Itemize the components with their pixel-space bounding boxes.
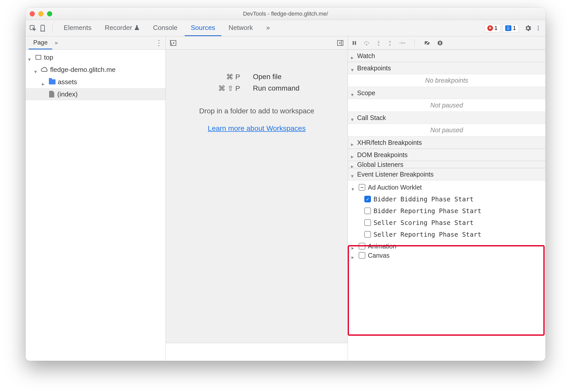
tab-recorder[interactable]: Recorder xyxy=(98,20,146,36)
debugger-toolbar xyxy=(348,36,545,50)
elb-body: Ad Auction Worklet Bidder Bidding Phase … xyxy=(348,180,545,260)
svg-point-15 xyxy=(389,44,391,46)
elb-item[interactable]: Bidder Reporting Phase Start xyxy=(348,205,545,217)
flask-icon xyxy=(134,25,140,30)
section-xhr-breakpoints[interactable]: XHR/fetch Breakpoints xyxy=(348,136,545,149)
svg-point-5 xyxy=(538,28,539,29)
section-event-listener-breakpoints[interactable]: Event Listener Breakpoints xyxy=(348,168,545,180)
chevron-right-icon xyxy=(42,80,47,84)
section-global-listeners[interactable]: Global Listeners xyxy=(348,161,545,168)
tree-origin[interactable]: fledge-demo.glitch.me xyxy=(26,63,166,76)
main-toolbar: Elements Recorder Console Sources Networ… xyxy=(26,20,545,36)
collapse-navigator-icon[interactable] xyxy=(170,40,177,46)
editor-placeholder: ⌘ P Open file ⌘ ⇧ P Run command Drop in … xyxy=(166,50,348,343)
checkbox[interactable] xyxy=(364,196,371,202)
chevron-right-icon xyxy=(352,244,356,248)
checkbox[interactable] xyxy=(359,252,365,259)
svg-rect-18 xyxy=(440,41,441,44)
devtools-window: DevTools - fledge-demo.glitch.me/ Elemen… xyxy=(26,8,545,361)
svg-point-6 xyxy=(538,29,539,30)
section-scope[interactable]: Scope xyxy=(348,87,545,99)
shortcut-label: Open file xyxy=(253,73,320,81)
shortcut-list: ⌘ P Open file ⌘ ⇧ P Run command xyxy=(194,73,320,93)
message-icon: ☰ xyxy=(505,25,511,31)
elb-item[interactable]: Bidder Bidding Phase Start xyxy=(348,193,545,205)
chevron-right-icon xyxy=(351,153,356,157)
tree-frame-top[interactable]: top xyxy=(26,51,166,63)
file-icon xyxy=(48,91,55,98)
navigator-panel: Page » ⋮ top fledge-demo.glitch.me xyxy=(26,36,166,361)
inspect-element-icon[interactable] xyxy=(29,24,37,32)
elb-category-canvas[interactable]: Canvas xyxy=(348,252,545,259)
callstack-empty: Not paused xyxy=(348,124,545,136)
chevron-down-icon xyxy=(351,91,356,95)
navigator-tab-page[interactable]: Page xyxy=(29,36,52,49)
step-over-icon[interactable] xyxy=(363,40,370,46)
folder-icon xyxy=(49,78,56,85)
checkbox[interactable] xyxy=(359,243,365,249)
svg-rect-12 xyxy=(355,41,356,45)
device-toolbar-icon[interactable] xyxy=(39,24,47,32)
tab-network[interactable]: Network xyxy=(222,20,259,36)
chevron-right-icon xyxy=(352,253,356,258)
section-callstack[interactable]: Call Stack xyxy=(348,112,545,124)
scope-empty: Not paused xyxy=(348,99,545,112)
elb-category-ad-auction[interactable]: Ad Auction Worklet xyxy=(348,181,545,193)
chevron-down-icon xyxy=(351,172,356,177)
svg-point-14 xyxy=(378,44,379,46)
settings-icon[interactable] xyxy=(524,24,532,32)
step-icon[interactable] xyxy=(399,40,405,46)
debugger-panel: Watch Breakpoints No breakpoints Scope N… xyxy=(348,36,545,361)
step-out-icon[interactable] xyxy=(387,40,392,46)
chevron-right-icon xyxy=(351,162,356,167)
tree-file-index[interactable]: (index) xyxy=(26,88,166,100)
file-tree: top fledge-demo.glitch.me assets (ind xyxy=(26,50,166,361)
navigator-more-tabs[interactable]: » xyxy=(55,40,58,46)
separator xyxy=(414,39,415,47)
kebab-menu-icon[interactable] xyxy=(534,24,542,32)
chevron-right-icon xyxy=(351,140,356,145)
message-badge[interactable]: ☰ 1 xyxy=(502,24,519,32)
section-watch[interactable]: Watch xyxy=(348,50,545,62)
step-into-icon[interactable] xyxy=(376,40,381,46)
shortcut-key: ⌘ P xyxy=(194,73,240,81)
elb-item[interactable]: Seller Reporting Phase Start xyxy=(348,228,545,240)
more-tabs[interactable]: » xyxy=(260,20,276,36)
pause-on-exceptions-icon[interactable] xyxy=(437,40,443,46)
checkbox[interactable] xyxy=(364,219,371,226)
editor-footer xyxy=(166,343,348,361)
checkbox-indeterminate[interactable] xyxy=(359,184,365,191)
tab-elements[interactable]: Elements xyxy=(58,20,97,36)
chevron-right-icon xyxy=(351,53,356,58)
shortcut-label: Run command xyxy=(253,84,320,93)
error-badge[interactable]: ✕ 1 xyxy=(485,24,500,32)
content-area: Page » ⋮ top fledge-demo.glitch.me xyxy=(26,36,545,361)
error-icon: ✕ xyxy=(487,25,493,31)
tree-folder-assets[interactable]: assets xyxy=(26,76,166,88)
checkbox[interactable] xyxy=(364,231,371,238)
svg-point-16 xyxy=(403,42,405,44)
deactivate-breakpoints-icon[interactable] xyxy=(424,40,431,46)
chevron-down-icon xyxy=(351,115,356,120)
elb-item[interactable]: Seller Scoring Phase Start xyxy=(348,217,545,228)
elb-category-animation[interactable]: Animation xyxy=(348,240,545,252)
checkbox[interactable] xyxy=(364,208,371,214)
pause-icon[interactable] xyxy=(352,40,357,46)
svg-point-4 xyxy=(538,26,539,27)
navigator-kebab-icon[interactable]: ⋮ xyxy=(155,39,162,47)
editor-toolbar xyxy=(166,36,348,50)
tab-console[interactable]: Console xyxy=(147,20,183,36)
section-breakpoints[interactable]: Breakpoints xyxy=(348,62,545,74)
chevron-down-icon xyxy=(28,55,33,60)
titlebar: DevTools - fledge-demo.glitch.me/ xyxy=(26,8,545,20)
drop-hint: Drop in a folder to add to workspace xyxy=(199,107,314,115)
svg-rect-11 xyxy=(353,41,354,45)
workspaces-link[interactable]: Learn more about Workspaces xyxy=(208,124,305,133)
collapse-debugger-icon[interactable] xyxy=(337,40,344,46)
section-dom-breakpoints[interactable]: DOM Breakpoints xyxy=(348,149,545,161)
editor-panel: ⌘ P Open file ⌘ ⇧ P Run command Drop in … xyxy=(166,36,348,361)
breakpoints-empty: No breakpoints xyxy=(348,74,545,87)
window-title: DevTools - fledge-demo.glitch.me/ xyxy=(26,10,545,17)
svg-rect-1 xyxy=(41,25,45,31)
tab-sources[interactable]: Sources xyxy=(185,20,221,36)
